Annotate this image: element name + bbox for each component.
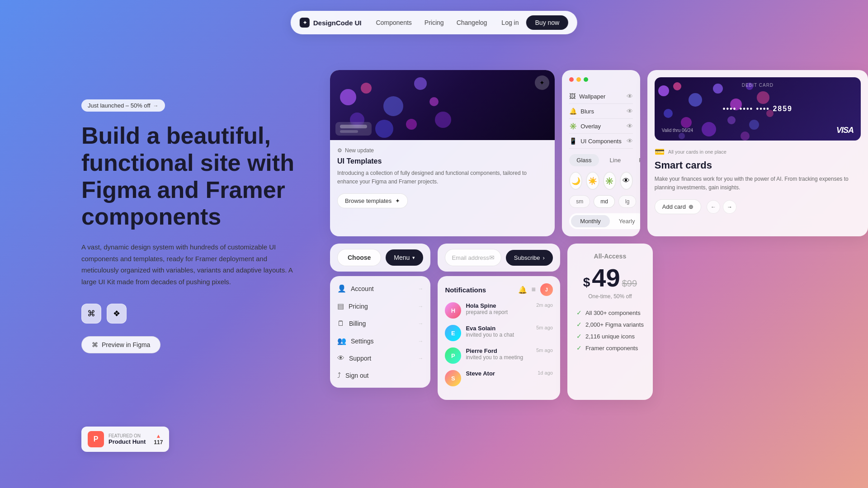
settings-item-left: 👥 Settings xyxy=(337,337,374,345)
add-card-button[interactable]: Add card ⊕ xyxy=(655,199,701,214)
add-card-label: Add card xyxy=(662,203,686,210)
account-item-billing[interactable]: 🗒 Billing → xyxy=(330,315,430,332)
choose-button[interactable]: Choose xyxy=(337,249,381,266)
yearly-toggle[interactable]: Yearly xyxy=(610,215,640,227)
nav-components[interactable]: Components xyxy=(376,19,411,26)
browse-templates-button[interactable]: Browse templates ✦ xyxy=(337,193,408,208)
hero-description: A vast, dynamic design system with hundr… xyxy=(81,241,298,287)
framer-icon-btn[interactable]: ❖ xyxy=(107,304,127,324)
pricing-discount: One-time, 50% off xyxy=(576,293,644,300)
account-item-left: 👤 Account xyxy=(337,284,374,293)
settings-row-uicomponents[interactable]: 📱 UI Components 👁 xyxy=(569,134,633,149)
login-button[interactable]: Log in xyxy=(501,19,519,26)
settings-row-wallpaper[interactable]: 🖼 Wallpaper 👁 xyxy=(569,89,633,104)
window-minimize-btn[interactable] xyxy=(576,77,581,82)
cards-area: ✦ ⚙ New update UI Templates Introducing … xyxy=(330,70,868,400)
menu-button[interactable]: Menu ▾ xyxy=(386,249,423,266)
add-card-icon: ⊕ xyxy=(689,203,693,210)
brand: ✦ DesignCode UI xyxy=(300,18,362,28)
notifications-title: Notifications xyxy=(445,286,486,294)
figma-icon-btn[interactable]: ⌘ xyxy=(81,304,101,324)
nav-changelog[interactable]: Changelog xyxy=(457,19,487,26)
account-item-pricing[interactable]: ▤ Pricing → xyxy=(330,297,430,315)
billing-label: Billing xyxy=(349,320,366,327)
subscribe-label: Subscribe xyxy=(514,254,540,261)
notif-time-eva: 5m ago xyxy=(536,325,553,330)
svg-point-9 xyxy=(658,85,669,96)
monthly-toggle[interactable]: Monthly xyxy=(571,215,610,227)
check-icon-4: ✓ xyxy=(576,344,582,352)
svg-point-12 xyxy=(713,84,723,94)
prev-card-btn[interactable]: ← xyxy=(707,200,720,214)
size-pills: sm md lg xyxy=(569,195,633,208)
svg-point-19 xyxy=(727,116,736,124)
blurs-label: 🔔 Blurs xyxy=(569,108,594,115)
overlay-eye-icon[interactable]: 👁 xyxy=(627,122,633,130)
notif-content-pierre: Pierre Ford invited you to a meeting xyxy=(466,347,532,361)
email-widget: Email address ✉ Subscribe › xyxy=(438,244,560,272)
account-item-account[interactable]: 👤 Account → xyxy=(330,280,430,297)
notif-avatar-pierre: P xyxy=(445,347,461,364)
product-hunt-badge[interactable]: P FEATURED ON Product Hunt ▲ 117 xyxy=(81,427,169,452)
pricing-arrow: → xyxy=(418,303,423,310)
blurs-eye-icon[interactable]: 👁 xyxy=(627,108,633,115)
theme-dark-btn[interactable]: 🌙 xyxy=(569,172,582,190)
nav-pricing[interactable]: Pricing xyxy=(425,19,444,26)
notif-content-steve: Steve Ator xyxy=(466,370,533,377)
account-item-support[interactable]: 👁 Support → xyxy=(330,350,430,367)
email-input-field[interactable]: Email address ✉ xyxy=(445,249,501,266)
svg-point-2 xyxy=(383,96,403,116)
size-sm[interactable]: sm xyxy=(569,195,590,208)
smart-cards-icon: 💳 xyxy=(655,147,665,157)
launch-badge[interactable]: Just launched – 50% off → xyxy=(81,99,165,112)
theme-light-btn[interactable]: ☀️ xyxy=(586,172,599,190)
next-card-btn[interactable]: → xyxy=(723,200,736,214)
pill-line[interactable]: Line xyxy=(603,154,628,166)
templates-preview-image: ✦ xyxy=(330,70,555,140)
support-item-left: 👁 Support xyxy=(337,354,371,362)
notif-user-avatar[interactable]: J xyxy=(540,283,553,296)
preview-figma-button[interactable]: ⌘ Preview in Figma xyxy=(81,336,160,353)
window-close-btn[interactable] xyxy=(569,77,574,82)
chevron-down-icon: ▾ xyxy=(412,255,415,261)
pill-flat[interactable]: Flat xyxy=(632,154,640,166)
subscribe-button[interactable]: Subscribe › xyxy=(506,250,553,266)
notif-name-pierre: Pierre Ford xyxy=(466,347,532,354)
size-lg[interactable]: lg xyxy=(618,195,636,208)
window-maximize-btn[interactable] xyxy=(584,77,588,82)
card-settings: 🖼 Wallpaper 👁 🔔 Blurs 👁 ✳️ Overlay xyxy=(562,70,640,236)
buynow-button[interactable]: Buy now xyxy=(526,15,569,30)
wallpaper-eye-icon[interactable]: 👁 xyxy=(627,93,633,100)
notif-action-pierre: invited you to a meeting xyxy=(466,354,532,361)
filter-icon[interactable]: ≡ xyxy=(532,286,536,294)
debit-card: DEBIT CARD •••• •••• •••• 2859 Valid thr… xyxy=(655,77,861,141)
settings-label: Settings xyxy=(351,338,374,345)
support-arrow: → xyxy=(418,355,423,361)
notif-item-hola: H Hola Spine prepared a report 2m ago xyxy=(445,302,553,319)
check-icon-1: ✓ xyxy=(576,309,582,316)
theme-colorful-btn[interactable]: ✳️ xyxy=(603,172,616,190)
size-md[interactable]: md xyxy=(594,195,615,208)
notif-header-icons: 🔔 ≡ J xyxy=(518,283,553,296)
account-item-signout[interactable]: ⤴ Sign out xyxy=(330,367,430,384)
svg-point-15 xyxy=(757,91,769,104)
templates-title: UI Templates xyxy=(337,157,547,165)
settings-row-overlay[interactable]: ✳️ Overlay 👁 xyxy=(569,119,633,134)
vote-count: 117 xyxy=(154,439,163,446)
wallpaper-text: Wallpaper xyxy=(579,93,605,100)
feature-label-3: 2,116 unique icons xyxy=(585,333,635,340)
settings-row-blurs[interactable]: 🔔 Blurs 👁 xyxy=(569,104,633,119)
bell-icon[interactable]: 🔔 xyxy=(518,286,527,294)
style-pills: Glass Line Flat xyxy=(569,154,633,166)
browse-icon: ✦ xyxy=(395,197,400,204)
pill-glass[interactable]: Glass xyxy=(569,154,599,166)
ph-info: FEATURED ON Product Hunt xyxy=(108,433,146,445)
hero-icon-row: ⌘ ❖ xyxy=(81,304,316,324)
svg-point-7 xyxy=(406,119,417,130)
grid-row-1: ✦ ⚙ New update UI Templates Introducing … xyxy=(330,70,868,236)
email-placeholder: Email address xyxy=(452,254,489,261)
account-item-settings[interactable]: 👥 Settings → xyxy=(330,332,430,350)
uicomponents-eye-icon[interactable]: 👁 xyxy=(627,137,633,145)
card-smartcards: DEBIT CARD •••• •••• •••• 2859 Valid thr… xyxy=(647,70,868,236)
theme-preview-btn[interactable]: 👁 xyxy=(620,172,633,190)
